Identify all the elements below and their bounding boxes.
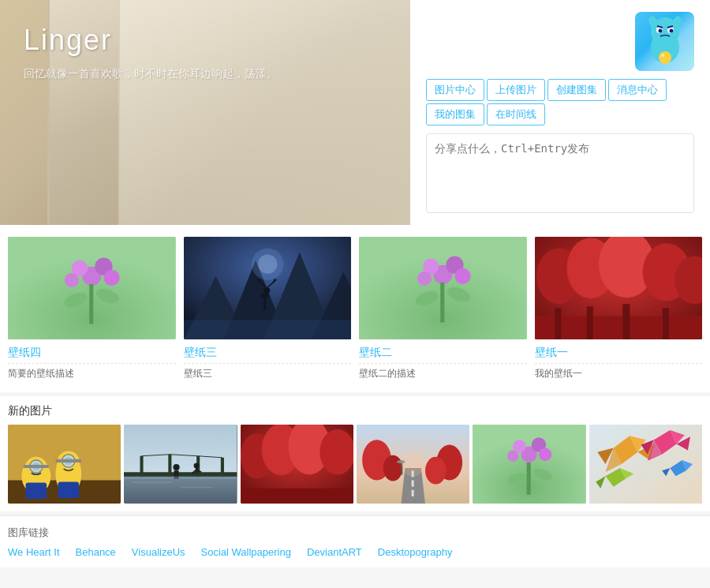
- svg-rect-93: [181, 487, 213, 489]
- footer-link[interactable]: Desktopography: [378, 546, 453, 558]
- new-thumb-bridge[interactable]: [124, 425, 237, 504]
- banner-image: Linger 回忆就像一首喜欢歌，时不时在你耳边响起，荡漾。: [0, 0, 410, 225]
- nav-tab[interactable]: 我的图集: [426, 103, 484, 125]
- gallery-grid: 壁纸四 简要的壁纸描述: [8, 237, 702, 380]
- banner-subtitle: 回忆就像一首喜欢歌，时不时在你耳边响起，荡漾。: [24, 67, 278, 81]
- gallery-item-title-4: 壁纸一: [535, 346, 703, 364]
- avatar-area: [426, 12, 694, 71]
- svg-point-44: [417, 272, 432, 286]
- svg-point-31: [263, 287, 270, 294]
- svg-rect-58: [622, 304, 630, 339]
- new-thumb-road[interactable]: [357, 425, 469, 504]
- new-section-title: 新的图片: [8, 404, 702, 418]
- svg-rect-73: [58, 482, 79, 498]
- gallery-item-title-1: 壁纸四: [8, 346, 176, 364]
- svg-point-98: [320, 429, 353, 474]
- gallery-item-desc-2: 壁纸三: [184, 367, 352, 380]
- avatar: [635, 12, 694, 71]
- nav-tab[interactable]: 创建图集: [547, 79, 606, 101]
- share-input[interactable]: [426, 133, 694, 213]
- svg-point-8: [659, 51, 671, 64]
- svg-point-9: [661, 54, 664, 57]
- svg-rect-38: [184, 320, 352, 339]
- nav-tab[interactable]: 图片中心: [426, 79, 484, 101]
- new-thumb-minions[interactable]: [8, 425, 121, 504]
- gallery-item[interactable]: 壁纸四 简要的壁纸描述: [8, 237, 176, 380]
- svg-rect-80: [221, 458, 224, 478]
- new-thumb-flowers3[interactable]: [473, 425, 585, 504]
- svg-rect-75: [124, 476, 237, 504]
- gallery-thumb-1: [8, 237, 176, 339]
- gallery-item-desc-3: 壁纸二的描述: [359, 367, 527, 380]
- gallery-thumb-2: [184, 237, 352, 339]
- gallery-thumb-4: [535, 237, 703, 339]
- svg-point-4: [658, 28, 662, 32]
- svg-point-86: [194, 463, 200, 468]
- svg-rect-66: [23, 465, 49, 468]
- gallery-thumb-3: [359, 237, 527, 339]
- svg-rect-30: [261, 294, 268, 298]
- footer-link[interactable]: Social Wallpapering: [201, 546, 291, 558]
- svg-point-108: [425, 457, 447, 485]
- gallery-item-title-2: 壁纸三: [184, 346, 352, 364]
- new-section: 新的图片: [0, 396, 710, 511]
- new-thumb-red-forest2[interactable]: [241, 425, 353, 504]
- gallery-section: 壁纸四 简要的壁纸描述: [0, 225, 710, 392]
- new-thumb-origami[interactable]: [589, 425, 702, 504]
- svg-point-5: [669, 28, 673, 32]
- nav-tab[interactable]: 在时间线: [487, 103, 545, 125]
- footer-links: 图库链接 We Heart ItBehanceVisualizeUsSocial…: [0, 515, 710, 567]
- gallery-item-desc-4: 我的壁纸一: [535, 367, 703, 380]
- svg-point-118: [539, 448, 551, 461]
- svg-rect-72: [55, 459, 81, 463]
- banner-right-panel: 图片中心上传图片创建图集消息中心我的图集在时间线: [410, 0, 710, 225]
- links-list: We Heart ItBehanceVisualizeUsSocial Wall…: [8, 546, 702, 558]
- banner-title: Linger: [24, 24, 112, 57]
- svg-rect-56: [555, 308, 561, 339]
- svg-rect-91: [124, 476, 237, 478]
- svg-point-84: [174, 464, 180, 470]
- nav-tab[interactable]: 消息中心: [608, 79, 667, 101]
- new-grid: [8, 425, 702, 504]
- svg-point-17: [65, 273, 79, 287]
- footer-link[interactable]: Behance: [76, 546, 116, 558]
- svg-point-45: [454, 268, 470, 284]
- gallery-item[interactable]: 壁纸一 我的壁纸一: [535, 237, 703, 380]
- svg-rect-99: [241, 489, 353, 504]
- gallery-item[interactable]: 壁纸二 壁纸二的描述: [359, 237, 527, 380]
- svg-rect-77: [140, 456, 144, 478]
- gallery-item-desc-1: 简要的壁纸描述: [8, 367, 176, 380]
- svg-rect-104: [412, 490, 414, 496]
- footer-link[interactable]: VisualizeUs: [132, 546, 185, 558]
- footer-link[interactable]: DeviantART: [307, 546, 362, 558]
- svg-point-107: [383, 455, 403, 481]
- footer-links-title: 图库链接: [8, 526, 702, 540]
- footer-link[interactable]: We Heart It: [8, 546, 60, 558]
- svg-point-111: [401, 452, 425, 477]
- svg-point-117: [507, 451, 518, 462]
- svg-rect-119: [527, 463, 531, 495]
- svg-rect-46: [440, 283, 444, 323]
- gallery-item[interactable]: 壁纸三 壁纸三: [184, 237, 352, 380]
- banner: Linger 回忆就像一首喜欢歌，时不时在你耳边响起，荡漾。: [0, 0, 710, 225]
- svg-rect-78: [169, 455, 172, 478]
- svg-rect-67: [26, 483, 47, 499]
- svg-rect-19: [89, 284, 93, 324]
- svg-point-18: [103, 270, 119, 286]
- svg-rect-59: [662, 308, 668, 339]
- nav-tab[interactable]: 上传图片: [487, 79, 545, 101]
- svg-point-28: [258, 255, 277, 274]
- svg-rect-103: [412, 480, 414, 486]
- svg-rect-92: [133, 482, 173, 484]
- gallery-item-title-3: 壁纸二: [359, 346, 527, 364]
- nav-tabs: 图片中心上传图片创建图集消息中心我的图集在时间线: [426, 79, 694, 125]
- svg-rect-57: [586, 306, 592, 339]
